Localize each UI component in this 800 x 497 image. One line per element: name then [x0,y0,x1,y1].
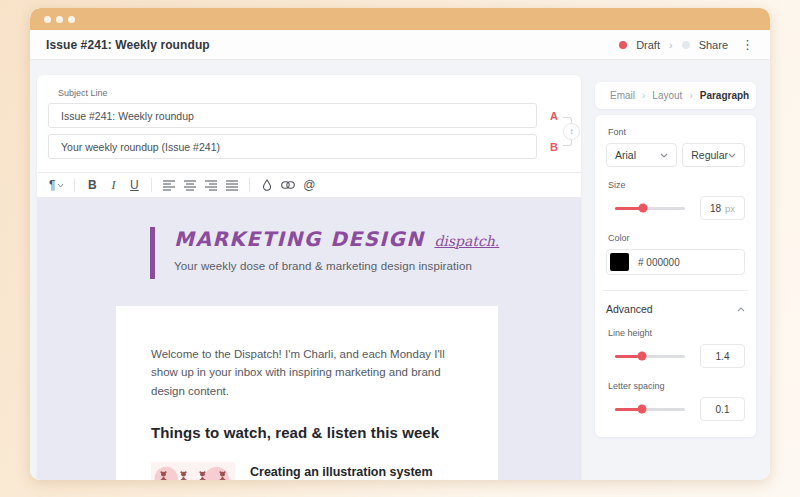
color-picker-field[interactable]: # 000000 [606,249,745,275]
email-editor-panel: Subject Line A B ↕ ¶ [37,75,581,480]
toolbar-divider [249,178,250,192]
section-divider [603,290,748,291]
brand-script-word: dispatch. [434,233,499,249]
advanced-section-toggle[interactable]: Advanced [606,303,745,315]
chevron-down-icon [728,153,736,158]
breadcrumb-layout[interactable]: Layout [652,90,682,101]
section-heading: Things to watch, read & listen this week [151,424,463,441]
subject-variant-b-input[interactable] [48,134,537,159]
breadcrumb: Email › Layout › Paragraph [595,82,756,109]
subject-ab-block: A B ↕ [37,103,581,165]
font-family-select[interactable]: Arial [606,143,677,167]
color-hex-value: # 000000 [638,257,680,268]
breadcrumb-email[interactable]: Email [610,90,635,101]
article-item[interactable]: Creating an illustration system Breaking… [151,462,463,480]
share-button[interactable]: Share [699,39,728,51]
chevron-down-icon [660,153,668,158]
font-label: Font [608,127,745,137]
mention-button[interactable]: @ [299,175,319,195]
align-right-button[interactable] [201,175,221,195]
font-weight-value: Regular [691,149,728,161]
size-slider-handle[interactable] [639,204,648,213]
variant-a-tag: A [550,110,560,122]
chevron-up-icon [737,307,745,312]
breadcrumb-paragraph[interactable]: Paragraph [700,90,749,101]
align-center-button[interactable] [180,175,200,195]
letter-spacing-slider[interactable] [606,397,694,421]
letter-spacing-value-field[interactable]: 0.1 [700,397,745,421]
align-right-icon [205,180,217,191]
subject-variant-a-row: A [48,103,581,128]
formatting-toolbar: ¶ B I U [37,172,581,198]
app-window: Issue #241: Weekly roundup Draft › Share… [30,8,770,480]
window-control-dot[interactable] [44,16,51,23]
toolbar-divider [74,178,75,192]
masthead-accent-bar [150,227,155,279]
size-value-field[interactable]: 18 px [700,196,745,220]
paragraph-style-button[interactable]: ¶ [46,175,67,195]
draft-status-icon [619,41,627,49]
toolbar-divider [151,178,152,192]
more-options-icon[interactable]: ⋮ [741,38,754,51]
color-label: Color [608,233,745,243]
email-preview[interactable]: MARKETING DESIGN dispatch. Your weekly d… [37,198,581,480]
brand-tagline: Your weekly dose of brand & marketing de… [174,260,499,272]
inspector-panel: Email › Layout › Paragraph Font Arial Re… [595,82,756,437]
document-header: Issue #241: Weekly roundup Draft › Share… [30,30,770,60]
insert-link-button[interactable] [278,175,298,195]
font-weight-select[interactable]: Regular [682,143,745,167]
window-control-dot[interactable] [68,16,75,23]
ab-swap-button[interactable]: ↕ [563,123,580,140]
newsletter-masthead: MARKETING DESIGN dispatch. Your weekly d… [150,227,581,279]
workspace: Subject Line A B ↕ ¶ [30,60,770,480]
advanced-label: Advanced [606,303,653,315]
size-value: 18 [710,203,721,214]
chevron-right-icon: › [669,39,673,51]
letter-spacing-value: 0.1 [716,404,730,415]
font-family-value: Arial [615,149,636,161]
chevron-right-icon: › [689,90,692,101]
justify-button[interactable] [222,175,242,195]
draft-status-label[interactable]: Draft [636,39,660,51]
letter-spacing-slider-handle[interactable] [637,405,646,414]
underline-icon: U [130,178,139,192]
subject-variant-b-row: B [48,134,581,159]
size-unit: px [725,203,735,214]
bold-icon: B [88,178,97,192]
chevron-right-icon: › [642,90,645,101]
swap-icon: ↕ [570,127,574,136]
email-body-card[interactable]: Welcome to the Dispatch! I'm Charli, and… [116,306,498,480]
align-left-button[interactable] [159,175,179,195]
size-slider[interactable] [606,196,694,220]
line-height-label: Line height [608,328,745,338]
header-actions: Draft › Share ⋮ [619,38,754,51]
bold-button[interactable]: B [82,175,102,195]
align-left-icon [163,180,175,191]
subject-variant-a-input[interactable] [48,103,537,128]
brand-title: MARKETING DESIGN [174,227,424,251]
window-control-dot[interactable] [56,16,63,23]
page-title: Issue #241: Weekly roundup [46,38,210,52]
size-label: Size [608,180,745,190]
underline-button[interactable]: U [124,175,144,195]
subject-line-label: Subject Line [58,88,581,98]
line-height-value: 1.4 [716,351,730,362]
line-height-slider-handle[interactable] [637,352,646,361]
share-status-icon [682,41,690,49]
article-thumbnail [151,462,235,480]
browser-chrome-bar [30,8,770,30]
line-height-value-field[interactable]: 1.4 [700,344,745,368]
line-height-slider[interactable] [606,344,694,368]
letter-spacing-label: Letter spacing [608,381,745,391]
justify-icon [226,180,238,191]
article-title: Creating an illustration system [250,465,463,479]
droplet-icon [262,179,272,191]
paragraph-icon: ¶ [49,178,55,192]
align-center-icon [184,180,196,191]
italic-button[interactable]: I [103,175,123,195]
link-icon [281,181,295,189]
color-swatch[interactable] [610,253,629,271]
text-color-button[interactable] [257,175,277,195]
variant-b-tag: B [550,141,560,153]
paragraph-settings-card: Font Arial Regular Size [595,115,756,437]
